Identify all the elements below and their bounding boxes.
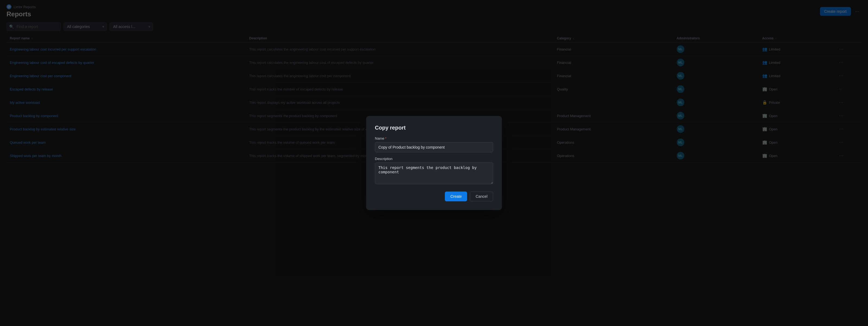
modal-description-textarea[interactable]: This report segments the product backlog… — [375, 162, 493, 184]
modal-title: Copy report — [375, 125, 493, 131]
modal-name-input[interactable] — [375, 142, 493, 153]
modal-create-button[interactable]: Create — [445, 192, 467, 201]
required-star: * — [385, 136, 386, 140]
copy-report-modal: Copy report Name* Description This repor… — [366, 116, 502, 210]
modal-name-label: Name* — [375, 136, 493, 140]
modal-cancel-button[interactable]: Cancel — [470, 192, 493, 201]
modal-overlay[interactable]: Copy report Name* Description This repor… — [0, 0, 868, 326]
modal-description-label: Description — [375, 157, 493, 161]
